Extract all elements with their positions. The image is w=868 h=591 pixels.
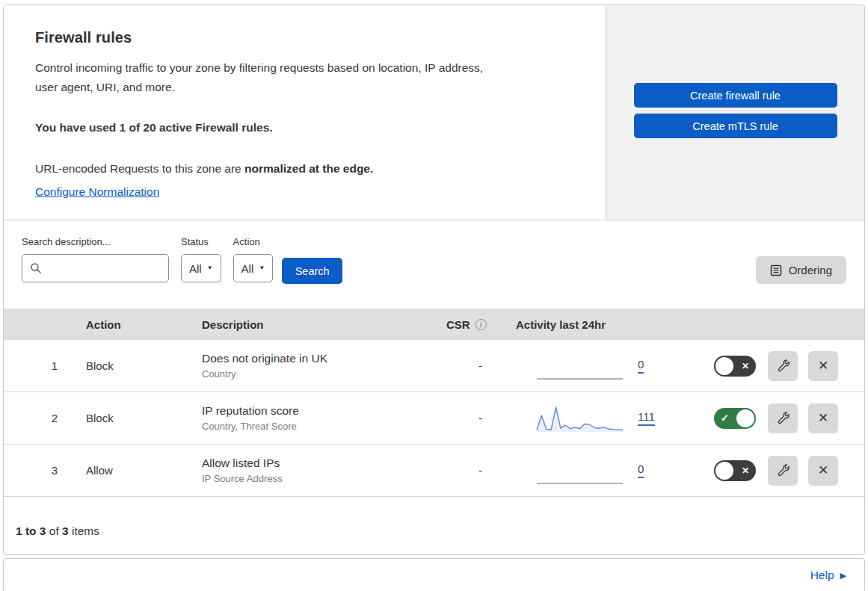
wrench-icon bbox=[775, 463, 790, 478]
rule-priority: 1 bbox=[4, 359, 71, 372]
activity-count-link[interactable]: 0 bbox=[638, 358, 644, 374]
rule-activity-cell: 111 bbox=[516, 404, 699, 433]
toggle-state-icon bbox=[742, 361, 749, 370]
rule-fields: IP Source Address bbox=[202, 473, 445, 484]
configure-normalization-link[interactable]: Configure Normalization bbox=[35, 185, 159, 199]
toggle-state-icon bbox=[721, 413, 729, 423]
rule-controls: ✕ bbox=[699, 403, 864, 433]
status-select[interactable]: All ▼ bbox=[181, 254, 221, 282]
rule-fields: Country bbox=[202, 368, 445, 380]
enable-toggle[interactable] bbox=[714, 408, 756, 429]
toggle-knob bbox=[715, 462, 733, 480]
delete-rule-button[interactable]: ✕ bbox=[808, 456, 838, 486]
search-icon bbox=[30, 262, 42, 274]
edit-rule-button[interactable] bbox=[768, 456, 798, 486]
action-select[interactable]: All ▼ bbox=[233, 254, 274, 282]
edit-rule-button[interactable] bbox=[768, 403, 798, 433]
ordering-list-icon bbox=[770, 264, 782, 276]
chevron-down-icon: ▼ bbox=[259, 265, 265, 271]
rule-activity-cell: 0 bbox=[516, 457, 699, 485]
create-mtls-rule-button[interactable]: Create mTLS rule bbox=[634, 114, 837, 138]
search-label: Search description... bbox=[22, 236, 169, 247]
header-description: Description bbox=[202, 318, 445, 331]
rule-priority: 3 bbox=[4, 464, 71, 477]
wrench-icon bbox=[775, 359, 790, 374]
activity-sparkline bbox=[537, 457, 623, 485]
table-row: 2 Block IP reputation score Country, Thr… bbox=[4, 392, 864, 445]
activity-count-link[interactable]: 111 bbox=[638, 410, 655, 426]
rule-action: Block bbox=[71, 359, 202, 372]
toggle-knob bbox=[715, 357, 733, 375]
rule-activity-cell: 0 bbox=[516, 352, 699, 380]
search-button[interactable]: Search bbox=[282, 258, 342, 284]
search-box[interactable] bbox=[22, 254, 169, 282]
header-csr: CSR bbox=[445, 318, 516, 331]
rule-csr: - bbox=[445, 359, 516, 372]
toggle-state-icon bbox=[742, 465, 749, 474]
close-icon: ✕ bbox=[818, 462, 828, 478]
rule-csr: - bbox=[445, 412, 516, 424]
status-filter-group: Status All ▼ bbox=[181, 236, 221, 282]
rule-description: Allow listed IPs bbox=[202, 457, 445, 470]
rule-controls: ✕ bbox=[699, 351, 864, 381]
edit-rule-button[interactable] bbox=[768, 351, 798, 381]
rule-description-cell: Allow listed IPs IP Source Address bbox=[202, 457, 445, 484]
create-firewall-rule-button[interactable]: Create firewall rule bbox=[634, 83, 837, 108]
header-activity: Activity last 24hr bbox=[516, 318, 699, 331]
close-icon: ✕ bbox=[818, 410, 828, 426]
activity-count-link[interactable]: 0 bbox=[638, 462, 644, 478]
rule-action: Block bbox=[71, 412, 202, 424]
rule-description-cell: Does not originate in UK Country bbox=[202, 352, 445, 380]
firewall-rules-card: Firewall rules Control incoming traffic … bbox=[3, 4, 865, 555]
delete-rule-button[interactable]: ✕ bbox=[808, 351, 838, 381]
ordering-button[interactable]: Ordering bbox=[756, 256, 846, 284]
wrench-icon bbox=[775, 411, 790, 426]
search-group: Search description... bbox=[22, 236, 169, 282]
arrow-right-icon: ▶ bbox=[840, 572, 846, 580]
rule-priority: 2 bbox=[4, 412, 71, 424]
close-icon: ✕ bbox=[818, 358, 828, 374]
page-description: Control incoming traffic to your zone by… bbox=[35, 58, 571, 97]
top-section: Firewall rules Control incoming traffic … bbox=[4, 5, 864, 220]
filter-toolbar: Search description... Status All ▼ Actio… bbox=[4, 220, 864, 309]
status-label: Status bbox=[181, 236, 221, 247]
normalization-note: URL-encoded Requests to this zone are no… bbox=[35, 159, 571, 179]
rule-fields: Country, Threat Score bbox=[202, 421, 445, 432]
header-action: Action bbox=[71, 318, 202, 331]
rule-controls: ✕ bbox=[699, 456, 864, 486]
enable-toggle[interactable] bbox=[714, 356, 756, 377]
activity-sparkline bbox=[537, 404, 623, 433]
table-row: 3 Allow Allow listed IPs IP Source Addre… bbox=[4, 445, 864, 497]
csr-info-icon[interactable] bbox=[475, 319, 487, 330]
help-card: Help ▶ bbox=[3, 558, 865, 591]
action-label: Action bbox=[233, 236, 274, 247]
table-row: 1 Block Does not originate in UK Country… bbox=[4, 340, 864, 392]
enable-toggle[interactable] bbox=[714, 460, 756, 481]
intro-panel: Firewall rules Control incoming traffic … bbox=[4, 5, 606, 220]
table-header: Action Description CSR Activity last 24h… bbox=[4, 309, 864, 340]
rule-description-cell: IP reputation score Country, Threat Scor… bbox=[202, 404, 445, 432]
rule-description: Does not originate in UK bbox=[202, 352, 445, 365]
activity-sparkline bbox=[537, 352, 623, 380]
pagination-summary: 1 to 3 of 3 items bbox=[4, 497, 864, 554]
rule-description: IP reputation score bbox=[202, 404, 445, 418]
usage-summary: You have used 1 of 20 active Firewall ru… bbox=[35, 118, 571, 137]
rule-action: Allow bbox=[71, 464, 202, 477]
help-link[interactable]: Help ▶ bbox=[810, 569, 846, 582]
actions-panel: Create firewall rule Create mTLS rule bbox=[606, 5, 864, 220]
action-filter-group: Action All ▼ bbox=[233, 236, 274, 282]
search-input[interactable] bbox=[48, 262, 161, 275]
rule-csr: - bbox=[445, 464, 516, 477]
toggle-knob bbox=[736, 409, 754, 427]
page-title: Firewall rules bbox=[35, 29, 571, 46]
chevron-down-icon: ▼ bbox=[207, 265, 213, 271]
delete-rule-button[interactable]: ✕ bbox=[808, 403, 838, 433]
